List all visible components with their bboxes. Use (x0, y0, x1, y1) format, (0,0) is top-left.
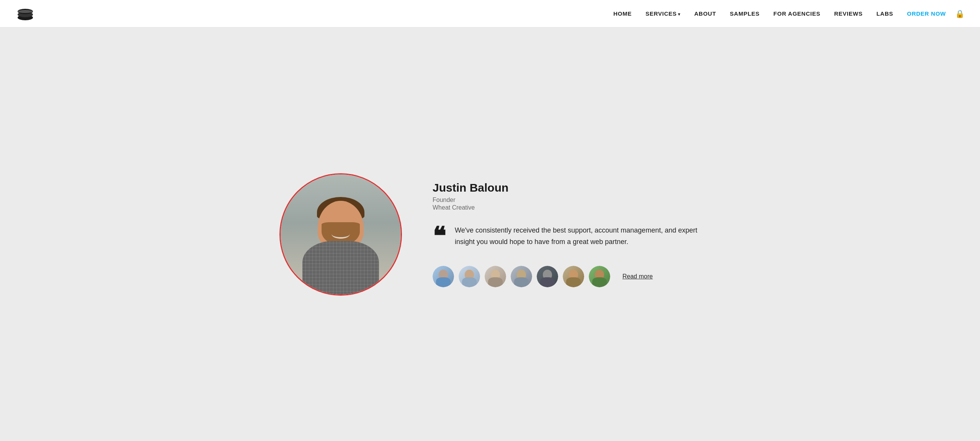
nav-item-agencies[interactable]: FOR AGENCIES (773, 10, 820, 17)
nav-link-agencies[interactable]: FOR AGENCIES (773, 10, 820, 17)
main-section: Justin Baloun Founder Wheat Creative ❝ W… (0, 28, 980, 441)
nav-link-services[interactable]: SERVICES▾ (645, 10, 680, 17)
nav-item-home[interactable]: HOME (613, 10, 632, 17)
person-company: Wheat Creative (433, 204, 701, 211)
shirt-pattern (302, 241, 379, 295)
svg-point-3 (18, 10, 33, 13)
person-smile (332, 229, 350, 239)
reviewer-avatar-1 (433, 266, 454, 287)
nav-item-labs[interactable]: LABS (876, 10, 893, 17)
nav-link-reviews[interactable]: REVIEWS (834, 10, 862, 17)
person-title: Founder (433, 197, 701, 203)
reviewer-thumb-6[interactable] (563, 266, 584, 287)
reviewer-avatar-2 (459, 266, 480, 287)
avatar (281, 174, 401, 295)
quote-text: We've consistently received the best sup… (455, 225, 701, 247)
nav-link-samples[interactable]: SAMPLES (730, 10, 760, 17)
quote-block: ❝ We've consistently received the best s… (433, 225, 701, 247)
nav-links: HOME SERVICES▾ ABOUT SAMPLES FOR AGENCIE… (613, 10, 946, 17)
mini-body (462, 277, 477, 287)
logo[interactable] (15, 4, 35, 24)
reviewer-thumb-5[interactable] (537, 266, 558, 287)
avatar-ring (279, 173, 402, 296)
nav-item-services[interactable]: SERVICES▾ (645, 10, 680, 17)
reviewer-avatar-7 (589, 266, 610, 287)
mini-body (592, 277, 607, 287)
nav-link-about[interactable]: ABOUT (694, 10, 716, 17)
mini-body (566, 277, 581, 287)
reviewer-avatar-6 (563, 266, 584, 287)
nav-item-order[interactable]: ORDER NOW (907, 10, 946, 17)
chevron-down-icon: ▾ (678, 12, 681, 16)
logo-icon (15, 4, 35, 24)
reviewer-thumb-3[interactable] (485, 266, 506, 287)
mini-body (514, 277, 529, 287)
mini-body (488, 277, 503, 287)
read-more-button[interactable]: Read more (622, 273, 653, 280)
reviewer-avatar-5 (537, 266, 558, 287)
nav-link-order[interactable]: ORDER NOW (907, 10, 946, 17)
reviewer-avatar-3 (485, 266, 506, 287)
avatar-container (279, 173, 402, 296)
reviewer-avatar-4 (511, 266, 532, 287)
nav-item-reviews[interactable]: REVIEWS (834, 10, 862, 17)
reviewer-thumb-7[interactable] (589, 266, 610, 287)
mini-body (436, 277, 451, 287)
testimonial-card: Justin Baloun Founder Wheat Creative ❝ W… (279, 173, 701, 296)
reviewer-thumb-4[interactable] (511, 266, 532, 287)
person-body (302, 241, 379, 295)
reviewer-row: Read more (433, 266, 701, 287)
navbar: HOME SERVICES▾ ABOUT SAMPLES FOR AGENCIE… (0, 0, 980, 28)
nav-link-labs[interactable]: LABS (876, 10, 893, 17)
reviewer-thumb-1[interactable] (433, 266, 454, 287)
mini-body (540, 277, 555, 287)
nav-item-about[interactable]: ABOUT (694, 10, 716, 17)
reviewer-thumb-2[interactable] (459, 266, 480, 287)
testimonial-content: Justin Baloun Founder Wheat Creative ❝ W… (433, 181, 701, 287)
person-name: Justin Baloun (433, 181, 701, 194)
quote-mark: ❝ (433, 228, 446, 245)
nav-link-home[interactable]: HOME (613, 10, 632, 17)
lock-icon[interactable]: 🔒 (955, 9, 965, 18)
nav-item-samples[interactable]: SAMPLES (730, 10, 760, 17)
